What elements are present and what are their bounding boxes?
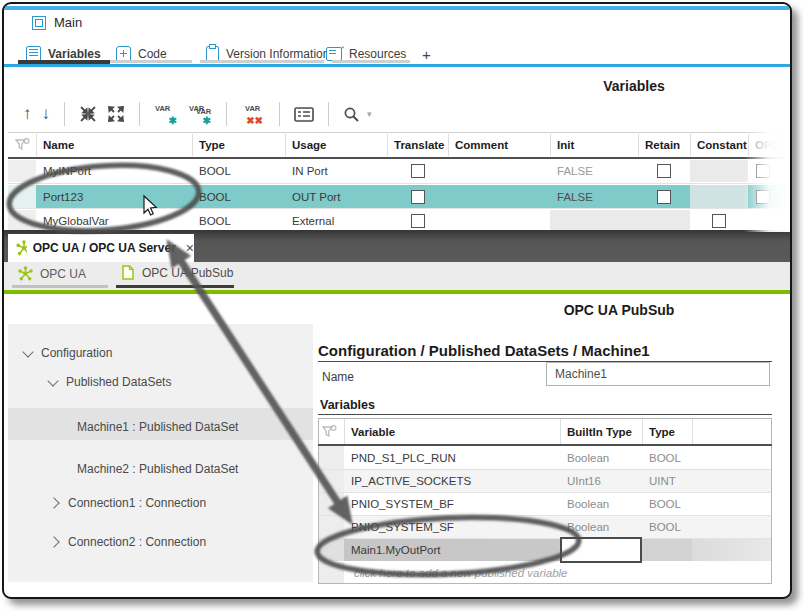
filter-column-header[interactable] (322, 420, 346, 444)
variables-underline (318, 414, 772, 415)
add-variable-hint: click here to add a new published variab… (354, 562, 754, 583)
cell-usage: External (285, 210, 394, 232)
filter-icon (15, 138, 30, 152)
toolbar-separator (328, 102, 329, 126)
tree-item-configuration[interactable]: Configuration (24, 346, 112, 360)
opcua-window-tab[interactable]: OPC UA / OPC UA Server × (8, 234, 194, 262)
builtin-type-edit-cell[interactable] (560, 537, 642, 563)
cell-builtin: UInt16 (560, 470, 649, 492)
cell-variable: IP_ACTIVE_SOCKETS (344, 470, 567, 492)
retain-checkbox (638, 185, 690, 208)
table-right-fade (744, 132, 790, 232)
variables-section-title: Variables (524, 78, 744, 94)
tree-item-machine1[interactable]: Machine1 : Published DataSet (77, 417, 238, 435)
opcua-star-icon (18, 266, 33, 281)
editor-title: Main (54, 15, 82, 30)
opcua-window-tab-label: OPC UA / OPC UA Server (33, 241, 176, 255)
delete-variable-button[interactable]: VAR✖✖ (241, 103, 265, 125)
chevron-right-icon (48, 497, 59, 508)
expand-all-button[interactable] (107, 105, 125, 123)
add-variable-button[interactable]: VAR✱ (154, 103, 178, 125)
tab-underline (332, 60, 410, 63)
close-icon[interactable]: × (186, 240, 194, 256)
column-header-translate[interactable]: Translate (387, 134, 455, 156)
constant-checkbox (690, 210, 748, 232)
tab-underline (110, 60, 192, 63)
opcua-star-icon (16, 240, 27, 256)
subtab-underline (12, 285, 108, 288)
cell-init: FALSE (550, 160, 645, 182)
screenshot: Main Variables Code Version Information … (0, 0, 804, 611)
search-button[interactable] (343, 106, 360, 123)
cell-type: BOOL (192, 160, 292, 182)
tree-item-machine2[interactable]: Machine2 : Published DataSet (77, 459, 238, 477)
application-window: Main Variables Code Version Information … (2, 2, 792, 599)
cell-type: BOOL (642, 493, 699, 515)
tab-accent-line (4, 64, 790, 67)
properties-button[interactable] (294, 107, 314, 122)
move-down-button[interactable]: ↓ (42, 104, 51, 124)
cell-type: BOOL (192, 185, 292, 208)
cell-builtin: Boolean (560, 446, 649, 469)
name-label: Name (322, 370, 354, 384)
toolbar-separator (64, 102, 65, 126)
column-header-variable[interactable]: Variable (344, 420, 567, 444)
tree-item-connection1[interactable]: Connection1 : Connection (50, 496, 206, 510)
tree-item-connection2[interactable]: Connection2 : Connection (50, 535, 206, 549)
retain-checkbox (638, 160, 690, 182)
search-dropdown-caret[interactable]: ▾ (367, 109, 372, 119)
main-pou-icon (32, 16, 46, 30)
move-up-button[interactable]: ↑ (23, 104, 32, 124)
variables-group-label: Variables (320, 398, 375, 412)
cell-type: UINT (642, 470, 699, 492)
header-bottom-border (8, 157, 788, 159)
column-header-type[interactable]: Type (192, 134, 292, 156)
column-header-comment[interactable]: Comment (448, 134, 557, 156)
init-disabled-cell (550, 210, 638, 232)
chevron-down-icon (22, 346, 33, 357)
window-accent-bar (4, 6, 790, 10)
chevron-right-icon (48, 536, 59, 547)
variables-toolbar: ↑ ↓ VAR✱ VARVAR✱ VAR✖✖ (18, 98, 377, 130)
cell-variable: Main1.MyOutPort (344, 539, 567, 561)
cell-init: FALSE (550, 185, 645, 208)
column-header-builtin-type[interactable]: BuiltIn Type (560, 420, 649, 444)
translate-checkbox (387, 210, 448, 232)
cell-name: MyINPort (36, 160, 199, 182)
cell-variable: PNIO_SYSTEM_BF (344, 493, 567, 515)
column-header-type[interactable]: Type (642, 420, 699, 444)
column-header-retain[interactable]: Retain (638, 134, 697, 156)
chevron-down-icon (47, 375, 58, 386)
subtab-opc-ua-pubsub[interactable]: OPC UA PubSub (122, 265, 233, 280)
column-header-usage[interactable]: Usage (285, 134, 394, 156)
column-header-init[interactable]: Init (550, 134, 645, 156)
cell-variable: PNIO_SYSTEM_SF (344, 516, 567, 538)
tree-item-published-datasets[interactable]: Published DataSets (49, 375, 171, 389)
tab-add[interactable]: + (422, 44, 431, 64)
constant-disabled-cell (690, 160, 748, 182)
table-bottom-border (318, 583, 772, 584)
cell-type: BOOL (642, 446, 699, 469)
column-header-name[interactable]: Name (36, 134, 199, 156)
cell-variable: PND_S1_PLC_RUN (344, 446, 567, 469)
toolbar-separator (279, 102, 280, 126)
table-top-border (8, 132, 782, 133)
name-input[interactable] (546, 362, 770, 386)
cell-type: BOOL (642, 516, 699, 538)
active-subtab-underline (116, 285, 234, 288)
pubsub-section-title: OPC UA PubSub (504, 302, 734, 318)
collapse-all-button[interactable] (79, 105, 97, 123)
cell-type: BOOL (192, 210, 292, 232)
duplicate-variable-button[interactable]: VARVAR✱ (188, 103, 212, 125)
pubsub-file-icon (122, 265, 134, 280)
cell-builtin: Boolean (560, 516, 649, 538)
translate-checkbox (387, 160, 448, 182)
subtab-opc-ua[interactable]: OPC UA (18, 266, 86, 281)
opcua-accent-line (4, 290, 790, 294)
filter-icon (322, 425, 337, 439)
cell-name: MyGlobalVar (36, 210, 199, 232)
retain-disabled-cell (638, 210, 690, 232)
cell-builtin: Boolean (560, 493, 649, 515)
toolbar-separator (139, 102, 140, 126)
breadcrumb: Configuration / Published DataSets / Mac… (318, 342, 650, 359)
